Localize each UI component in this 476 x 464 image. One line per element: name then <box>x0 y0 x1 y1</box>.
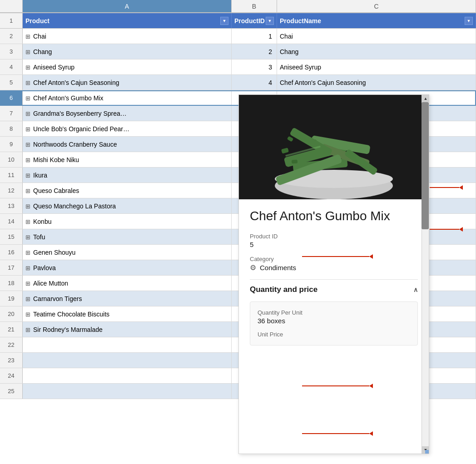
cell-product[interactable]: ⊞Chef Anton's Gumbo Mix <box>23 90 232 105</box>
row-number: 13 <box>0 198 23 213</box>
chevron-up-icon[interactable]: ∧ <box>413 286 418 293</box>
row-number: 19 <box>0 291 23 306</box>
cell-product[interactable]: ⊞Ikura <box>23 168 232 183</box>
row-number: 5 <box>0 75 23 90</box>
cell-product[interactable]: ⊞Northwoods Cranberry Sauce <box>23 137 232 152</box>
product-id-label: Product ID <box>250 233 418 240</box>
row-number: 24 <box>0 368 23 383</box>
table-row[interactable]: 5 ⊞Chef Anton's Cajun Seasoning 4 Chef A… <box>0 75 476 90</box>
cell-product[interactable]: ⊞Queso Cabrales <box>23 183 232 198</box>
cell-productid[interactable]: 3 <box>232 59 277 74</box>
svg-rect-8 <box>292 159 298 163</box>
cell-productname[interactable]: Aniseed Syrup <box>277 59 476 74</box>
cell-productid[interactable]: 4 <box>232 75 277 90</box>
product-icon: ⊞ <box>25 230 30 244</box>
resize-handle[interactable] <box>425 450 429 454</box>
row-number: 6 <box>0 90 23 105</box>
row-number: 7 <box>0 106 23 121</box>
product-icon: ⊞ <box>25 291 30 306</box>
arrow-to-unit-price <box>302 431 375 436</box>
row-number: 17 <box>0 260 23 275</box>
row-number: 2 <box>0 29 23 44</box>
cell-product[interactable] <box>23 368 232 383</box>
section-title: Quantity and price <box>250 285 317 294</box>
cell-product[interactable] <box>23 337 232 352</box>
cell-product[interactable]: ⊞Teatime Chocolate Biscuits <box>23 306 232 321</box>
table-header-row: 1 Product ▼ ProductID ▼ ProductName ▼ <box>0 13 476 29</box>
product-icon: ⊞ <box>25 261 30 275</box>
product-icon: ⊞ <box>25 137 30 152</box>
cell-product[interactable]: ⊞Pavlova <box>23 260 232 275</box>
column-headers: A B C <box>0 0 476 13</box>
cell-productname[interactable]: Chef Anton's Cajun Seasoning <box>277 75 476 90</box>
filter-button-product[interactable]: ▼ <box>220 17 228 25</box>
product-icon: ⊞ <box>25 276 30 291</box>
product-icon: ⊞ <box>25 60 30 74</box>
qty-price-card: Quantity Per Unit 36 boxes Unit Price <box>250 301 418 346</box>
product-icon: ⊞ <box>25 245 30 260</box>
header-cell-productid: ProductID ▼ <box>232 13 277 28</box>
row-number: 11 <box>0 168 23 183</box>
cell-productname[interactable]: Chang <box>277 44 476 59</box>
category-name: Condiments <box>260 264 296 271</box>
arrow-to-qty-label <box>302 384 375 388</box>
detail-content: Chef Anton's Gumbo Mix Product ID 5 Cate… <box>239 199 429 355</box>
cell-product[interactable]: ⊞Konbu <box>23 214 232 229</box>
cell-productname[interactable]: Chai <box>277 29 476 44</box>
cell-product[interactable]: ⊞Tofu <box>23 229 232 244</box>
cell-productid[interactable]: 1 <box>232 29 277 44</box>
table-row[interactable]: 4 ⊞Aniseed Syrup 3 Aniseed Syrup <box>0 59 476 75</box>
table-row[interactable]: 3 ⊞Chang 2 Chang <box>0 44 476 59</box>
scrollbar-arrow-up[interactable]: ▲ <box>422 95 429 102</box>
arrow-to-product-id <box>302 254 375 259</box>
row-number: 21 <box>0 322 23 337</box>
product-icon: ⊞ <box>25 44 30 59</box>
row-number: 23 <box>0 353 23 368</box>
header-cell-product: Product ▼ <box>23 13 232 28</box>
filter-button-productname[interactable]: ▼ <box>465 17 473 25</box>
qty-per-unit-value: 36 boxes <box>258 317 410 325</box>
product-image <box>239 95 429 199</box>
cell-product[interactable]: ⊞Queso Manchego La Pastora <box>23 198 232 213</box>
cell-product[interactable]: ⊞Carnarvon Tigers <box>23 291 232 306</box>
row-number: 8 <box>0 121 23 136</box>
row-number: 20 <box>0 306 23 321</box>
header-cell-productname: ProductName ▼ <box>277 13 476 28</box>
col-header-b: B <box>232 0 277 13</box>
qty-per-unit-label: Quantity Per Unit <box>258 309 410 316</box>
cell-product[interactable]: ⊞Mishi Kobe Niku <box>23 152 232 167</box>
cell-product[interactable]: ⊞Alice Mutton <box>23 276 232 291</box>
cell-product[interactable]: ⊞Chai <box>23 29 232 44</box>
cell-product[interactable]: ⊞Chang <box>23 44 232 59</box>
scrollbar-thumb[interactable] <box>421 102 429 229</box>
row-number: 18 <box>0 276 23 291</box>
scrollbar-track[interactable]: ▲ ▼ <box>421 95 429 454</box>
table-row[interactable]: 2 ⊞Chai 1 Chai <box>0 29 476 44</box>
row-num-1: 1 <box>0 13 23 28</box>
row-number: 4 <box>0 59 23 74</box>
row-number: 22 <box>0 337 23 352</box>
row-number: 10 <box>0 152 23 167</box>
cell-product[interactable]: ⊞Uncle Bob's Organic Dried Pear… <box>23 121 232 136</box>
cell-product[interactable]: ⊞Genen Shouyu <box>23 245 232 260</box>
cell-productid[interactable]: 2 <box>232 44 277 59</box>
corner-cell <box>0 0 23 13</box>
detail-scroll-area: Chef Anton's Gumbo Mix Product ID 5 Cate… <box>239 95 429 454</box>
cell-product[interactable]: ⊞Chef Anton's Cajun Seasoning <box>23 75 232 90</box>
row-number: 15 <box>0 229 23 244</box>
spreadsheet: A B C 1 Product ▼ ProductID ▼ ProductNam… <box>0 0 476 464</box>
product-icon: ⊞ <box>25 168 30 183</box>
cell-product[interactable]: ⊞Sir Rodney's Marmalade <box>23 322 232 337</box>
row-number: 12 <box>0 183 23 198</box>
cell-product[interactable] <box>23 384 232 399</box>
cell-product[interactable]: ⊞Grandma's Boysenberry Sprea… <box>23 106 232 121</box>
cell-product[interactable] <box>23 353 232 368</box>
col-header-a: A <box>23 0 232 13</box>
row-number: 25 <box>0 384 23 399</box>
row-number: 16 <box>0 245 23 260</box>
cell-product[interactable]: ⊞Aniseed Syrup <box>23 59 232 74</box>
product-icon: ⊞ <box>25 122 30 136</box>
product-icon: ⊞ <box>25 322 30 337</box>
filter-button-productid[interactable]: ▼ <box>266 17 274 25</box>
product-icon: ⊞ <box>25 29 30 44</box>
